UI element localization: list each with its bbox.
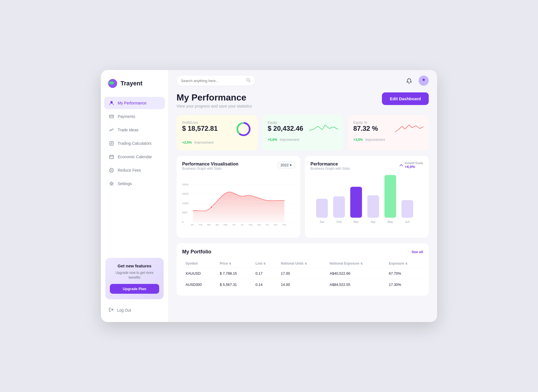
- search-input[interactable]: [181, 79, 244, 83]
- equity-improvement-label: Improvement: [280, 138, 299, 142]
- svg-text:Apr: Apr: [215, 223, 219, 226]
- header-icons: [404, 76, 429, 86]
- svg-rect-9: [110, 155, 113, 159]
- perf-bar-chart-area: Jan Feb Mar Apr May Jun: [310, 175, 423, 232]
- cell-price: $ 7,788.15: [216, 268, 252, 279]
- col-price[interactable]: Price ⇅: [216, 259, 252, 268]
- svg-text:Jul: Jul: [241, 223, 244, 226]
- notional-units-sort-icon: ⇅: [305, 262, 307, 265]
- payments-icon: [109, 114, 114, 119]
- page-title-block: My Performance View your progress and sa…: [177, 92, 252, 108]
- edit-dashboard-button[interactable]: Edit Dashboard: [382, 92, 429, 105]
- svg-text:15000: 15000: [182, 193, 189, 195]
- sidebar-item-economic-calendar[interactable]: Economic Calendar: [104, 151, 165, 163]
- top-header: [177, 76, 429, 86]
- sidebar-item-label: Trading Calculators: [118, 141, 152, 146]
- svg-text:Jun: Jun: [405, 220, 410, 223]
- notional-exposure-sort-icon: ⇅: [360, 262, 363, 265]
- col-symbol[interactable]: Symbol: [182, 259, 216, 268]
- logout-label: Log Out: [117, 308, 131, 312]
- calculators-icon: [109, 141, 114, 146]
- svg-point-2: [110, 101, 113, 103]
- svg-line-20: [249, 81, 250, 82]
- sidebar-item-my-performance[interactable]: My Performance: [104, 97, 165, 109]
- col-exposure[interactable]: Exposure ⇅: [386, 259, 423, 268]
- perf-viz-chart-area: 20000 15000 10000 5000 0: [182, 175, 295, 232]
- svg-point-21: [423, 79, 425, 81]
- growth-arrow-icon: [399, 163, 404, 167]
- sidebar-item-reduce-fees[interactable]: Reduce Fees: [104, 164, 165, 176]
- perf-bar-subtitle: Business Graph with Stats: [310, 167, 350, 171]
- portfolio-table-head: Symbol Price ⇅ Lots ⇅ Notional Units: [182, 259, 423, 268]
- sidebar-item-label: Settings: [118, 181, 132, 186]
- perf-viz-svg: 20000 15000 10000 5000 0: [182, 175, 295, 231]
- svg-text:May: May: [388, 220, 393, 223]
- cell-price: $ 5,567.31: [216, 279, 252, 290]
- equity-pct-improvement: +3,5%: [353, 138, 363, 142]
- nav-items: My Performance Payments Trade Ideas Trad…: [101, 97, 168, 253]
- svg-rect-49: [333, 196, 345, 218]
- sidebar-item-label: My Performance: [118, 101, 147, 105]
- cell-symbol: AUSD300: [182, 279, 216, 290]
- growth-value: +6,9%: [405, 165, 423, 169]
- col-notional-units[interactable]: Notional Units ⇅: [277, 259, 326, 268]
- app-container: Trayent My Performance Payments Trade Id…: [101, 70, 437, 322]
- svg-rect-3: [110, 115, 113, 118]
- notification-bell-icon[interactable]: [404, 76, 414, 86]
- equity-pct-label: Equity, %: [353, 121, 378, 125]
- sidebar-item-payments[interactable]: Payments: [104, 110, 165, 123]
- performance-viz-card: Performance Visualisation Business Graph…: [177, 156, 300, 238]
- svg-text:20000: 20000: [182, 183, 189, 186]
- logout-item[interactable]: Log Out: [101, 304, 168, 316]
- svg-text:Jan: Jan: [320, 220, 324, 223]
- sidebar-item-settings[interactable]: Settings: [104, 178, 165, 190]
- cell-exposure: 17.30%: [386, 279, 423, 290]
- svg-text:Feb: Feb: [199, 223, 202, 226]
- svg-text:Apr: Apr: [371, 220, 376, 223]
- profit-value: $ 18,572.81: [182, 125, 218, 132]
- svg-rect-52: [384, 175, 396, 218]
- upgrade-subtitle: Upgrade now to get more benefits: [110, 270, 159, 280]
- logo-area: Trayent: [101, 78, 168, 97]
- col-notional-exposure[interactable]: Notional Exposure ⇅: [326, 259, 386, 268]
- sidebar: Trayent My Performance Payments Trade Id…: [101, 70, 168, 322]
- price-sort-icon: ⇅: [229, 262, 231, 265]
- cell-symbol: XAUUSD: [182, 268, 216, 279]
- year-selector[interactable]: 2022 ▾: [277, 162, 295, 169]
- page-subtitle: View your progress and save your statist…: [177, 104, 252, 108]
- main-content: My Performance View your progress and sa…: [168, 70, 437, 322]
- upgrade-plan-button[interactable]: Upgrade Plan: [110, 284, 159, 294]
- charts-row: Performance Visualisation Business Graph…: [177, 156, 429, 238]
- stat-card-profit: Profit/Loss $ 18,572.81 +2,5% Improvemen…: [177, 115, 258, 150]
- svg-text:Jan: Jan: [191, 223, 194, 226]
- svg-text:Nov: Nov: [274, 223, 278, 226]
- reduce-fees-icon: [109, 167, 114, 173]
- stat-card-equity: Equity $ 20,432.46 +5,6% Improvement: [262, 115, 343, 150]
- user-avatar[interactable]: [419, 76, 429, 86]
- sidebar-item-trading-calculators[interactable]: Trading Calculators: [104, 137, 165, 150]
- page-title: My Performance: [177, 92, 252, 103]
- logo-icon: [108, 78, 118, 88]
- svg-rect-48: [316, 199, 328, 218]
- profit-donut-chart: [235, 121, 252, 137]
- svg-text:May: May: [224, 223, 228, 226]
- svg-text:Dec: Dec: [282, 223, 286, 226]
- col-lots[interactable]: Lots ⇅: [252, 259, 278, 268]
- svg-point-15: [111, 169, 111, 170]
- upgrade-title: Get new features: [110, 263, 159, 268]
- svg-text:Feb: Feb: [337, 220, 342, 223]
- sidebar-item-trade-ideas[interactable]: Trade Ideas: [104, 124, 165, 136]
- portfolio-table-body: XAUUSD $ 7,788.15 0.17 17.00 A$40,522.66…: [182, 268, 423, 290]
- settings-icon: [109, 181, 114, 186]
- perf-bar-svg: Jan Feb Mar Apr May Jun: [310, 175, 423, 231]
- sidebar-item-label: Economic Calendar: [118, 155, 152, 159]
- page-header: My Performance View your progress and sa…: [177, 92, 429, 108]
- perf-viz-subtitle: Business Graph with Stats: [182, 167, 238, 171]
- equity-sparkline: [310, 121, 338, 135]
- sidebar-item-label: Reduce Fees: [118, 168, 141, 172]
- search-bar[interactable]: [177, 76, 255, 86]
- svg-rect-51: [367, 195, 379, 218]
- svg-text:Jun: Jun: [232, 223, 236, 226]
- see-all-link[interactable]: See all: [412, 250, 423, 254]
- portfolio-section: My Portfolio See all Symbol Price ⇅: [177, 243, 429, 296]
